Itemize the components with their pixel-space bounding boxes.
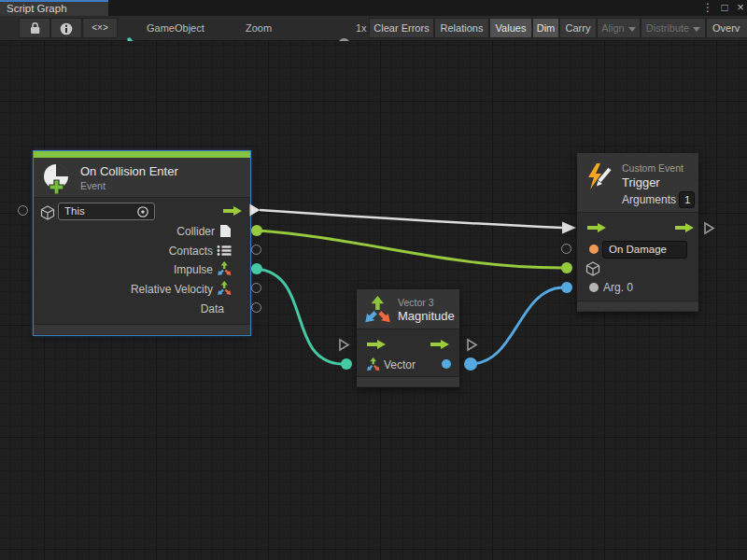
carry-button[interactable]: Carry	[559, 18, 597, 38]
vector3-type-icon	[217, 261, 232, 276]
string-input-typedot	[589, 245, 599, 254]
gameobject-label: GameObject	[147, 18, 204, 38]
port-impulse-output[interactable]	[251, 263, 262, 274]
this-value: This	[64, 205, 85, 217]
target-picker-icon[interactable]	[136, 205, 149, 218]
port-label-collider: Collider	[176, 225, 215, 238]
on-collision-enter-icon	[41, 162, 73, 194]
zoom-value: 1x	[356, 18, 367, 38]
tab-script-graph[interactable]: Script Graph	[0, 0, 108, 16]
port-this-input[interactable]	[18, 205, 28, 216]
lock-icon	[29, 21, 41, 35]
arguments-field[interactable]: 1	[679, 191, 695, 208]
port-flow-output[interactable]	[248, 203, 261, 217]
overview-button[interactable]: Overv	[706, 18, 747, 38]
node-magnitude[interactable]: Vector 3 Magnitude Vector	[357, 289, 459, 387]
vector3-icon	[363, 296, 391, 324]
cube-icon	[585, 261, 600, 276]
node-title: On Collision Enter	[80, 164, 178, 178]
collider-type-icon	[219, 224, 232, 238]
port-collider-output[interactable]	[251, 225, 262, 236]
distribute-button[interactable]: Distribute	[641, 18, 706, 38]
port-label-contacts: Contacts	[169, 245, 213, 258]
code-view-icon: <×>	[92, 22, 108, 33]
port-flow-input-unconnected[interactable]	[338, 338, 350, 352]
code-view-button[interactable]: <×>	[82, 18, 118, 38]
node-footer	[34, 324, 250, 334]
custom-event-icon	[585, 162, 614, 192]
flow-out-arrow-icon	[222, 205, 243, 217]
zoom-label: Zoom	[246, 18, 272, 38]
node-trigger-custom-event[interactable]: Custom Event Trigger Arguments 1 On Dama…	[577, 153, 698, 312]
info-icon	[60, 22, 73, 35]
arguments-label: Arguments	[622, 193, 676, 206]
port-event-name-input[interactable]	[561, 244, 571, 254]
port-label-vector: Vector	[384, 358, 416, 371]
event-name-field[interactable]: On Damage	[602, 241, 687, 259]
this-field[interactable]: This	[58, 203, 155, 220]
node-title: Magnitude	[398, 309, 455, 323]
port-label-arg0: Arg. 0	[603, 281, 633, 294]
dim-button[interactable]: Dim	[532, 18, 559, 38]
align-label: Align	[601, 22, 624, 34]
chevron-down-icon	[693, 27, 700, 32]
toolbar: <×> GameObject Zoom 1x Clear Errors Rela…	[0, 16, 747, 41]
node-footer	[357, 376, 459, 386]
info-button[interactable]	[50, 18, 82, 38]
node-type-label: Vector 3	[398, 297, 434, 308]
port-flow-output-unconnected[interactable]	[703, 221, 715, 235]
event-accent-strip	[34, 151, 250, 158]
clear-errors-button[interactable]: Clear Errors	[369, 18, 434, 38]
flow-in-arrow-icon	[586, 222, 607, 233]
window-menu-icon[interactable]: ⋮	[700, 0, 715, 16]
window-close-icon[interactable]: ×	[733, 0, 747, 16]
port-data-output[interactable]	[251, 302, 261, 313]
window-maximize-icon[interactable]: □	[717, 0, 732, 16]
node-on-collision-enter[interactable]: On Collision Enter Event This Collider C…	[34, 151, 250, 335]
port-relative-velocity-output[interactable]	[251, 283, 261, 293]
port-vector-input[interactable]	[341, 358, 352, 370]
port-flow-output-unconnected[interactable]	[466, 338, 478, 352]
port-magnitude-output[interactable]	[464, 357, 477, 371]
relations-button[interactable]: Relations	[434, 18, 489, 38]
align-button[interactable]: Align	[597, 18, 641, 38]
values-button[interactable]: Values	[489, 18, 532, 38]
node-subtitle: Event	[80, 180, 106, 191]
float-output-typedot	[442, 359, 451, 369]
lock-button[interactable]	[19, 18, 50, 38]
port-label-data: Data	[201, 302, 224, 315]
port-label-relative-velocity: Relative Velocity	[131, 283, 213, 296]
port-arg0-input[interactable]	[561, 282, 572, 293]
distribute-label: Distribute	[646, 22, 689, 34]
cube-icon	[40, 205, 55, 220]
node-type-label: Custom Event	[622, 162, 684, 174]
flow-out-arrow-icon	[430, 339, 450, 350]
port-label-impulse: Impulse	[174, 263, 213, 276]
flow-out-arrow-icon	[674, 222, 695, 233]
node-footer	[577, 301, 698, 311]
node-title: Trigger	[622, 175, 660, 189]
list-type-icon	[217, 245, 232, 257]
vector3-type-icon	[366, 357, 380, 371]
vector3-type-icon	[217, 281, 232, 296]
object-input-typedot	[589, 283, 599, 292]
port-contacts-output[interactable]	[251, 245, 261, 255]
chevron-down-icon	[628, 27, 636, 32]
port-gameobject-input[interactable]	[561, 262, 572, 273]
flow-in-arrow-icon	[366, 339, 387, 350]
tab-strip: Script Graph ⋮ □ ×	[0, 0, 747, 16]
